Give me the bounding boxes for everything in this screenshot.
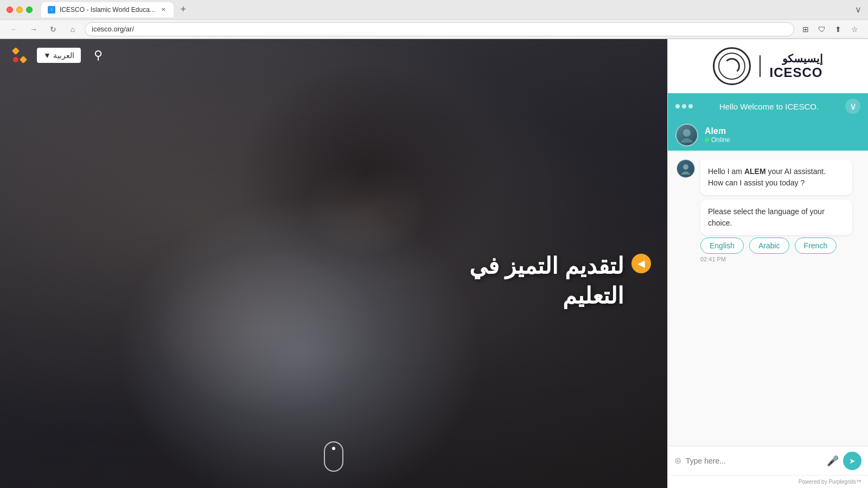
agent-avatar — [675, 124, 698, 146]
hero-line1: لتقديم التميز في — [469, 252, 624, 281]
tab-title: ICESCO - Islamic World Educa... — [60, 6, 155, 14]
language-label: العربية — [53, 51, 74, 60]
agent-status: Online — [705, 136, 730, 144]
dot-row-bottom — [13, 57, 26, 62]
message-bubble-1: Hello I am ALEM your AI assistant.How ca… — [700, 159, 852, 195]
message-timestamp: 02:41 PM — [700, 256, 852, 262]
logo-circle — [713, 47, 751, 85]
chevron-down-icon: ∨ — [850, 100, 857, 112]
toolbar-actions: ⊞ 🛡 ⬆ ☆ — [799, 22, 861, 36]
refresh-button[interactable]: ↻ — [46, 22, 61, 37]
close-window-button[interactable] — [7, 7, 13, 13]
logo-english-text: ICESCO — [769, 65, 822, 80]
hero-headline: لتقديم التميز في التعليم — [469, 252, 624, 311]
chat-header-dots — [675, 104, 693, 108]
browser-chrome: I ICESCO - Islamic World Educa... ✕ + ∨ … — [0, 0, 868, 39]
diamond-icon — [12, 47, 20, 55]
chat-input-area: ⊛ 🎤 ➤ — [668, 446, 868, 475]
send-icon: ➤ — [849, 457, 856, 465]
message-language-prompt: Please select the language of your choic… — [708, 207, 825, 227]
hero-line2: التعليم — [469, 281, 624, 311]
forward-button[interactable]: → — [26, 22, 41, 37]
shield-icon[interactable]: 🛡 — [815, 22, 829, 36]
tab-favicon-icon: I — [48, 6, 55, 14]
chat-dot-2 — [682, 104, 686, 108]
browser-title-bar: I ICESCO - Islamic World Educa... ✕ + ∨ — [0, 0, 868, 20]
main-content: ▼ العربية ⚲ لتقديم التميز في التعليم ◀ — [0, 39, 868, 488]
powered-by-text: Powered by Purplegrids™ — [799, 479, 861, 485]
browser-toolbar: ← → ↻ ⌂ icesco.org/ar/ ⊞ 🛡 ⬆ ☆ — [0, 20, 868, 39]
hero-text-container: لتقديم التميز في التعليم — [469, 252, 624, 311]
home-button[interactable]: ⌂ — [65, 22, 80, 37]
svg-point-0 — [683, 129, 691, 137]
language-selector-button[interactable]: ▼ العربية — [37, 48, 81, 63]
chatbot-logo-area: إيسيسكو ICESCO — [668, 39, 868, 93]
slider-prev-button[interactable]: ◀ — [631, 254, 651, 273]
tab-close-button[interactable]: ✕ — [159, 6, 167, 14]
minimize-window-button[interactable] — [16, 7, 23, 13]
new-tab-button[interactable]: + — [176, 2, 191, 17]
message-bot-name: ALEM — [744, 167, 766, 176]
logo-text: إيسيسكو ICESCO — [769, 52, 822, 80]
powered-by: Powered by Purplegrids™ — [668, 475, 868, 488]
dot-row-top — [13, 48, 26, 54]
bot-avatar-icon — [680, 163, 692, 175]
chat-header: Hello Welcome to ICESCO. ∨ — [668, 93, 868, 119]
logo-arabic-text: إيسيسكو — [769, 52, 822, 65]
microphone-button[interactable]: 🎤 — [827, 455, 839, 467]
chat-dot-1 — [675, 104, 680, 108]
logo-divider — [760, 55, 761, 77]
translate-icon[interactable]: ⊞ — [799, 22, 813, 36]
active-tab[interactable]: I ICESCO - Islamic World Educa... ✕ — [41, 2, 174, 17]
agent-avatar-inner — [676, 125, 697, 145]
agent-name: Alem — [705, 126, 730, 136]
traffic-lights — [7, 7, 33, 13]
hero-section: ▼ العربية ⚲ لتقديم التميز في التعليم ◀ — [0, 39, 667, 488]
search-button[interactable]: ⚲ — [94, 48, 103, 62]
chevron-left-icon: ◀ — [637, 258, 645, 269]
arabic-language-button[interactable]: Arabic — [749, 237, 789, 254]
logo-swirl-icon — [724, 58, 740, 74]
chat-input-field[interactable] — [686, 457, 822, 465]
lang-arrow-icon: ▼ — [43, 51, 51, 60]
tab-bar: I ICESCO - Islamic World Educa... ✕ + — [37, 2, 851, 17]
logo-emblem — [713, 47, 751, 85]
address-text: icesco.org/ar/ — [92, 25, 787, 33]
agent-info: Alem Online — [705, 126, 730, 144]
message-avatar — [676, 159, 695, 178]
icesco-logo: إيسيسكو ICESCO — [713, 47, 822, 85]
chatbot-panel: إيسيسكو ICESCO Hello Welcome to ICESCO. … — [667, 39, 868, 488]
bookmark-icon[interactable]: ☆ — [847, 22, 861, 36]
scroll-indicator — [324, 441, 343, 472]
language-buttons-group: English Arabic French — [700, 237, 852, 254]
back-button[interactable]: ← — [7, 22, 22, 37]
chat-dot-3 — [688, 104, 693, 108]
chat-agent-row: Alem Online — [668, 119, 868, 151]
send-button[interactable]: ➤ — [843, 452, 861, 470]
message-group-1: Hello I am ALEM your AI assistant.How ca… — [700, 159, 852, 262]
french-language-button[interactable]: French — [795, 237, 837, 254]
address-bar[interactable]: icesco.org/ar/ — [85, 22, 794, 36]
diamond2-icon — [20, 56, 27, 63]
svg-point-2 — [683, 164, 688, 170]
share-icon[interactable]: ⬆ — [831, 22, 845, 36]
message-row-1: Hello I am ALEM your AI assistant.How ca… — [676, 159, 859, 262]
expand-icon[interactable]: ∨ — [855, 4, 861, 15]
chat-header-title: Hello Welcome to ICESCO. — [697, 102, 841, 111]
red-dot-icon — [13, 57, 18, 62]
chat-messages-area[interactable]: Hello I am ALEM your AI assistant.How ca… — [668, 151, 868, 446]
svg-point-1 — [680, 138, 693, 143]
online-status-dot — [705, 138, 709, 142]
hero-navigation: ▼ العربية ⚲ — [0, 39, 667, 72]
status-label: Online — [711, 136, 730, 144]
agent-face-icon — [679, 127, 694, 143]
logo-dots — [13, 48, 26, 62]
chat-input-icon: ⊛ — [674, 455, 681, 466]
english-language-button[interactable]: English — [700, 237, 744, 254]
maximize-window-button[interactable] — [26, 7, 33, 13]
chat-collapse-button[interactable]: ∨ — [845, 99, 860, 114]
svg-point-3 — [681, 171, 691, 175]
message-greeting: Hello I am — [708, 167, 744, 176]
message-bubble-2: Please select the language of your choic… — [700, 200, 852, 235]
scroll-dot — [332, 447, 335, 450]
